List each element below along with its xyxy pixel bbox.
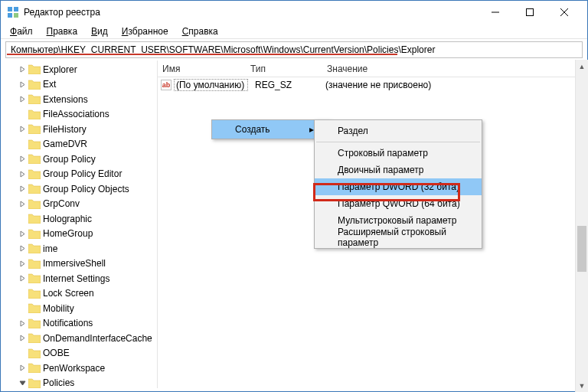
expand-icon[interactable] <box>19 81 28 88</box>
menu-item-qword[interactable]: Параметр QWORD (64 бита) <box>315 195 482 212</box>
tree-label: Internet Settings <box>43 273 109 284</box>
menu-item-key[interactable]: Раздел <box>315 122 482 139</box>
tree-label: ime <box>43 243 57 254</box>
tree-item[interactable]: Group Policy <box>1 152 157 167</box>
tree-item[interactable]: ime <box>1 241 157 256</box>
expand-icon[interactable] <box>19 96 28 103</box>
minimize-button[interactable] <box>478 1 512 24</box>
menu-edit[interactable]: Правка <box>41 24 84 38</box>
value-data: (значение не присвоено) <box>324 80 433 90</box>
tree-item[interactable]: OnDemandInterfaceCache <box>1 331 157 346</box>
tree-label: Mobility <box>43 303 74 314</box>
expand-icon[interactable] <box>19 66 28 73</box>
scrollbar-vertical[interactable]: ▲ ▼ <box>575 60 588 392</box>
list-row[interactable]: ab (По умолчанию) REG_SZ (значение не пр… <box>158 77 587 93</box>
context-menu[interactable]: Создать ▸ <box>211 119 330 139</box>
tree-item[interactable]: Group Policy Editor <box>1 167 157 182</box>
tree-label: Group Policy <box>43 154 96 165</box>
highlight-underline <box>7 54 397 55</box>
tree-item[interactable]: Explorer <box>1 62 157 77</box>
tree-label: ImmersiveShell <box>43 258 106 269</box>
tree-item[interactable]: Mobility <box>1 301 157 316</box>
tree-label: Group Policy Editor <box>43 168 122 179</box>
svg-rect-5 <box>526 9 533 16</box>
scroll-down-button[interactable]: ▼ <box>576 379 588 392</box>
expand-icon[interactable] <box>19 245 28 252</box>
tree-item[interactable]: HomeGroup <box>1 227 157 242</box>
menubar: Файл Правка Вид Избранное Справка <box>1 24 587 39</box>
svg-rect-2 <box>8 13 12 18</box>
tree-label: Group Policy Objects <box>43 184 129 194</box>
expand-icon[interactable] <box>19 201 28 207</box>
tree-item[interactable]: OOBE <box>1 346 157 361</box>
expand-icon[interactable] <box>19 260 28 267</box>
menu-item-binary[interactable]: Двоичный параметр <box>315 162 482 178</box>
tree-panel[interactable]: ExplorerExtExtensionsFileAssociationsFil… <box>1 60 158 388</box>
svg-rect-3 <box>14 13 18 18</box>
context-submenu[interactable]: Раздел Строковый параметр Двоичный парам… <box>314 119 482 249</box>
menu-help[interactable]: Справка <box>176 24 224 38</box>
tree-item[interactable]: Extensions <box>1 92 157 107</box>
column-type[interactable]: Тип <box>246 64 322 74</box>
tree-label: Ext <box>43 79 56 90</box>
maximize-button[interactable] <box>512 1 547 24</box>
svg-rect-0 <box>8 7 12 11</box>
tree-item[interactable]: ImmersiveShell <box>1 256 157 272</box>
column-value[interactable]: Значение <box>322 64 587 74</box>
tree-label: HomeGroup <box>43 228 93 239</box>
scroll-thumb[interactable] <box>577 226 586 272</box>
tree-item[interactable]: Group Policy Objects <box>1 181 157 197</box>
expand-icon[interactable] <box>19 335 28 341</box>
menu-item-create[interactable]: Создать ▸ <box>212 120 329 139</box>
tree-item[interactable]: Ext <box>1 77 157 93</box>
expand-icon[interactable] <box>19 320 28 327</box>
string-value-icon: ab <box>161 80 172 90</box>
tree-item[interactable]: FileHistory <box>1 122 157 137</box>
menu-item-expand[interactable]: Расширяемый строковый параметр <box>315 229 482 246</box>
titlebar[interactable]: Редактор реестра <box>1 1 587 24</box>
tree-label: PenWorkspace <box>43 363 105 374</box>
tree-item[interactable]: GameDVR <box>1 137 157 152</box>
address-bar[interactable]: Компьютер\HKEY_CURRENT_USER\SOFTWARE\Mic… <box>5 41 583 58</box>
expand-icon[interactable] <box>19 275 28 282</box>
tree-label: Notifications <box>43 318 93 328</box>
tree-item[interactable]: Lock Screen <box>1 286 157 302</box>
value-name: (По умолчанию) <box>175 80 247 90</box>
menu-separator <box>316 142 480 142</box>
tree-item[interactable]: GrpConv <box>1 197 157 212</box>
scroll-up-button[interactable]: ▲ <box>576 60 588 73</box>
tree-label: FileHistory <box>43 124 87 135</box>
tree-label: Explorer <box>43 64 77 75</box>
tree-item[interactable]: Notifications <box>1 316 157 332</box>
app-icon <box>7 6 19 18</box>
expand-icon[interactable] <box>19 155 28 162</box>
tree-item[interactable]: Holographic <box>1 211 157 227</box>
menu-view[interactable]: Вид <box>85 24 114 38</box>
menu-favorites[interactable]: Избранное <box>116 24 175 38</box>
tree-item[interactable]: Policies <box>1 376 157 389</box>
expand-icon[interactable] <box>19 126 28 132</box>
tree-item[interactable]: PenWorkspace <box>1 361 157 376</box>
value-type: REG_SZ <box>247 80 324 90</box>
expand-icon[interactable] <box>19 364 28 371</box>
window-title: Редактор реестра <box>24 7 478 18</box>
menu-item-string[interactable]: Строковый параметр <box>315 145 482 162</box>
column-name[interactable]: Имя <box>158 64 246 74</box>
tree-label: Holographic <box>43 214 92 224</box>
svg-rect-1 <box>14 7 18 11</box>
close-button[interactable] <box>547 1 581 24</box>
tree-label: Policies <box>43 377 74 388</box>
menu-file[interactable]: Файл <box>4 24 39 38</box>
expand-icon[interactable] <box>19 380 28 387</box>
tree-label: GameDVR <box>43 139 87 149</box>
expand-icon[interactable] <box>19 171 28 178</box>
tree-label: Extensions <box>43 94 88 105</box>
tree-item[interactable]: Internet Settings <box>1 271 157 286</box>
tree-label: Lock Screen <box>43 288 94 299</box>
expand-icon[interactable] <box>19 185 28 192</box>
tree-item[interactable]: FileAssociations <box>1 107 157 122</box>
tree-label: GrpConv <box>43 198 80 209</box>
expand-icon[interactable] <box>19 230 28 237</box>
menu-item-dword[interactable]: Параметр DWORD (32 бита) <box>315 178 482 195</box>
tree-label: OnDemandInterfaceCache <box>43 333 152 344</box>
